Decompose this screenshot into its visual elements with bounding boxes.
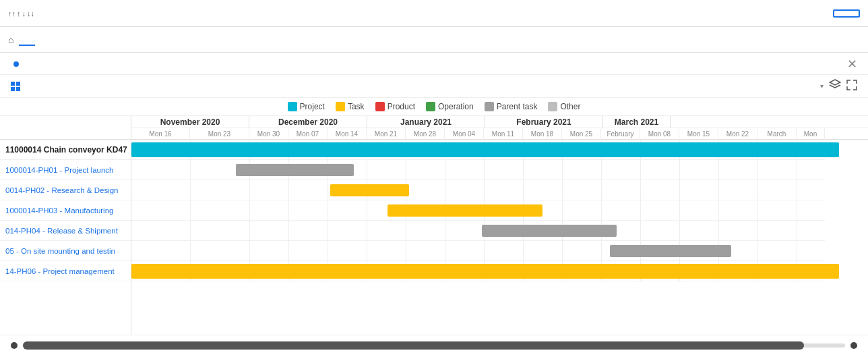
- label-row: 1000014-PH03 - Manufacturing: [0, 200, 131, 221]
- gantt-bar[interactable]: [388, 204, 542, 217]
- grid-line: [406, 221, 406, 240]
- gantt-scroll-area: 11000014 Chain conveyor KD471000014-PH01…: [0, 116, 868, 335]
- grid-line: [562, 160, 563, 180]
- scrollbar-area: [0, 335, 868, 355]
- label-row: 1000014-PH01 - Project launch: [0, 160, 131, 180]
- gantt-bar[interactable]: [131, 142, 839, 157]
- gantt-labels: 11000014 Chain conveyor KD471000014-PH01…: [0, 116, 131, 335]
- sort-icon-3[interactable]: ↓: [22, 9, 26, 18]
- label-row: 14-PH06 - Project management: [0, 261, 131, 281]
- week-label: Mon: [797, 128, 825, 140]
- legend-item-task: Task: [336, 102, 365, 111]
- grid-line: [249, 221, 250, 240]
- label-row: 0014-PH02 - Research & Design: [0, 180, 131, 200]
- grid-line: [797, 221, 797, 240]
- grid-line: [757, 160, 758, 180]
- grid-line: [288, 221, 289, 240]
- toolbar-left-inner: [11, 82, 28, 91]
- gantt-bar[interactable]: [482, 225, 617, 237]
- grid-line: [190, 221, 191, 240]
- scrollbar-thumb[interactable]: [23, 341, 804, 350]
- legend-label: Parent task: [497, 102, 538, 111]
- grid-line: [640, 180, 641, 200]
- gantt-bar[interactable]: [236, 164, 354, 176]
- grid-line: [757, 221, 758, 240]
- display-dropdown[interactable]: ▾: [820, 82, 824, 90]
- tab-timeline[interactable]: [19, 34, 35, 46]
- legend-label: Project: [300, 102, 325, 111]
- grid-line: [601, 160, 602, 180]
- apply-button[interactable]: [833, 9, 860, 18]
- layers-icon[interactable]: [829, 79, 841, 93]
- week-label: Mon 04: [445, 128, 484, 140]
- gantt-row: [131, 140, 825, 160]
- grid-line: [640, 160, 641, 180]
- legend-label: Task: [348, 102, 365, 111]
- tab-messages[interactable]: [38, 34, 54, 46]
- grid-line: [797, 241, 797, 260]
- svg-rect-2: [11, 87, 15, 91]
- legend-label: Other: [560, 102, 580, 111]
- top-toolbar: ↑↑ ↑ ↓ ↓↓: [0, 0, 868, 27]
- grid-line: [640, 200, 641, 220]
- svg-marker-4: [830, 80, 840, 85]
- legend-color: [426, 102, 435, 111]
- grid-line: [484, 241, 485, 260]
- gantt-header: November 2020December 2020January 2021Fe…: [131, 116, 868, 140]
- label-header: [0, 116, 131, 140]
- grid-line: [328, 241, 328, 260]
- page-header: ✕: [0, 53, 868, 75]
- grid-line: [797, 180, 797, 200]
- grid-line: [328, 200, 328, 220]
- grid-line: [757, 180, 758, 200]
- gantt-bar[interactable]: [610, 245, 731, 257]
- page-header-left: [11, 61, 19, 67]
- week-label: Mon 28: [406, 128, 445, 140]
- expand-icon[interactable]: [846, 80, 857, 93]
- grid-line: [445, 221, 445, 240]
- grid-line: [601, 241, 602, 260]
- grid-line: [190, 160, 191, 180]
- legend-item-operation: Operation: [426, 102, 474, 111]
- sort-icon-2[interactable]: ↑: [17, 9, 21, 18]
- gantt-row: [131, 261, 825, 281]
- grid-line: [797, 200, 797, 220]
- week-label: Mon 21: [367, 128, 406, 140]
- nav-tabs: ⌂: [0, 27, 868, 53]
- gantt-row: [131, 241, 825, 261]
- close-icon[interactable]: ✕: [847, 57, 857, 72]
- scroll-left-dot[interactable]: [11, 342, 18, 349]
- scrollbar-track[interactable]: [23, 343, 845, 348]
- home-icon[interactable]: ⌂: [8, 34, 13, 45]
- status-dot: [13, 61, 19, 67]
- grid-line: [718, 160, 719, 180]
- legend-label: Operation: [438, 102, 474, 111]
- legend-color: [485, 102, 494, 111]
- scroll-right-dot[interactable]: [850, 342, 857, 349]
- grid-line: [249, 180, 250, 200]
- grid-line: [328, 180, 328, 200]
- sort-icon-1[interactable]: ↑↑: [8, 9, 16, 18]
- grid-line: [718, 221, 719, 240]
- gantt-body: [131, 140, 868, 281]
- grid-line: [562, 200, 563, 220]
- month-label: February 2021: [485, 116, 603, 128]
- grid-line: [757, 200, 758, 220]
- label-row: 11000014 Chain conveyor KD47: [0, 140, 131, 160]
- grid-line: [523, 241, 524, 260]
- label-row: 014-PH04 - Release & Shipment: [0, 221, 131, 241]
- month-label: November 2020: [131, 116, 249, 128]
- sort-icon-4[interactable]: ↓↓: [27, 9, 34, 18]
- grid-line: [640, 221, 641, 240]
- legend-color: [336, 102, 345, 111]
- grid-line: [328, 221, 328, 240]
- week-label: February: [601, 128, 640, 140]
- svg-rect-1: [16, 82, 20, 86]
- week-label: Mon 16: [131, 128, 190, 140]
- gantt-bar[interactable]: [330, 184, 409, 196]
- grid-line: [562, 241, 563, 260]
- layers-svg: [829, 79, 841, 90]
- grid-line: [718, 180, 719, 200]
- show-list-button[interactable]: [11, 82, 23, 91]
- gantt-bar[interactable]: [131, 264, 839, 279]
